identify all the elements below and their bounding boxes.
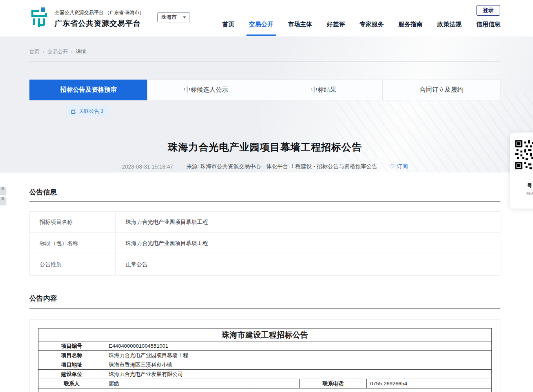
row-label: 标段（包）名称 (30, 233, 116, 254)
row-label: 建设单位 (38, 370, 105, 379)
breadcrumb-current: 详情 (76, 48, 86, 55)
table-row: 标段（包）名称 珠海力合光电产业园项目幕墙工程 (30, 233, 500, 254)
qr-panel-caption: 扫码 (526, 191, 533, 196)
platform-logo-icon (29, 7, 49, 28)
page-title: 珠海力合光电产业园项目幕墙工程招标公告 (29, 141, 500, 154)
platform-name: 广东省公共资源交易平台 (55, 18, 144, 29)
login-button[interactable]: 登录 (476, 5, 500, 16)
breadcrumb-separator-icon: › (43, 49, 44, 54)
nav-item-market-entities[interactable]: 市场主体 (288, 20, 312, 29)
project-overview: 1、项目概况：项目占地面积30674.21㎡，容积率4.0，总建筑面积14243… (38, 388, 492, 392)
row-value: 正常公告 (116, 254, 500, 275)
tender-notice-table: 珠海市建设工程招标公告 项目编号 E4404000001004551001 项目… (38, 328, 492, 392)
nav-item-trade-disclosure[interactable]: 交易公开 (249, 20, 274, 29)
brand-text: 全国公共资源交易平台 （广东省·珠海市） 广东省公共资源交易平台 (55, 7, 144, 29)
left-anchor-widget (0, 185, 6, 207)
nav-item-policies[interactable]: 政策法规 (437, 20, 462, 29)
nav-item-expert-service[interactable]: 专家服务 (360, 20, 384, 29)
phone-value: 0755-26926654 (367, 379, 492, 388)
publish-datetime: 2023-08-31 15:18:47 (122, 163, 173, 170)
breadcrumb-divider (29, 61, 500, 62)
platform-region: （广东省·珠海市） (105, 9, 144, 16)
stage-tabs: 招标公告及资格预审 中标候选人公示 中标结果 合同订立及履约 (29, 80, 500, 100)
brand: 全国公共资源交易平台 （广东省·珠海市） 广东省公共资源交易平台 (29, 7, 144, 29)
table-row: 项目名称 珠海力合光电产业园项目幕墙工程 (38, 351, 492, 360)
table-row: 联系人 廖皓 联系电话 0755-26926654 (38, 379, 492, 388)
related-announcements-button[interactable]: 关联公告 3 (66, 105, 109, 117)
source-text: 珠海市公共资源交易中心一体化平台 工程建设 - 招标公告与资格预审公告 (201, 163, 377, 169)
main-nav: 首页 交易公开 市场主体 好差评 专家服务 服务指南 政策法规 信用信息 (223, 20, 501, 29)
section-title-announcement-content: 公告内容 (29, 276, 500, 309)
nav-item-credit-info[interactable]: 信用信息 (476, 20, 500, 29)
contact-value: 廖皓 (105, 379, 300, 388)
hero-band: 首页 › 交易公开 › 详情 招标公告及资格预审 中标候选人公示 中标结果 合同… (0, 36, 533, 172)
row-value: 珠海力合光电产业园项目幕墙工程 (116, 233, 500, 254)
source-info: 来源:珠海市公共资源交易中心一体化平台 工程建设 - 招标公告与资格预审公告 (186, 163, 377, 170)
row-value: 珠海力合光电产业发展有限公司 (105, 370, 492, 379)
nav-item-service-guide[interactable]: 服务指南 (398, 20, 423, 29)
breadcrumb-trade-disclosure[interactable]: 交易公开 (47, 48, 68, 55)
source-label: 来源: (186, 163, 199, 169)
related-row: 关联公告 3 (29, 105, 500, 117)
table-row: 项目地址 珠海市香洲区三溪科创小镇 (38, 360, 492, 370)
row-label: 项目名称 (38, 351, 105, 360)
copy-icon (71, 109, 76, 114)
row-label: 招标项目名称 (30, 212, 116, 232)
qr-float-panel: 粤 扫码 (510, 132, 533, 209)
qr-code-icon[interactable] (515, 140, 533, 169)
nav-item-rating[interactable]: 好差评 (327, 20, 345, 29)
table-row: 招标项目名称 珠海力合光电产业园项目幕墙工程 (30, 212, 500, 233)
anchor-tab[interactable] (0, 187, 6, 195)
table-row: 珠海市建设工程招标公告 (38, 328, 492, 341)
city-selector-value: 珠海市 (161, 14, 177, 21)
breadcrumb: 首页 › 交易公开 › 详情 (29, 36, 500, 55)
article-meta: 2023-08-31 15:18:47 来源:珠海市公共资源交易中心一体化平台 … (29, 163, 500, 170)
subscribe-label: 订阅 (397, 163, 408, 170)
page: 全国公共资源交易平台 （广东省·珠海市） 广东省公共资源交易平台 珠海市 登录 … (0, 0, 533, 392)
contact-label: 联系人 (38, 379, 105, 388)
nav-item-home[interactable]: 首页 (223, 20, 235, 29)
table-row: 公告性质 正常公告 (30, 254, 500, 275)
section-title-announcement-info: 公告信息 (29, 172, 500, 202)
chevron-down-icon (183, 16, 186, 18)
heart-icon: ♡ (389, 163, 394, 170)
row-value: E4404000001004551001 (105, 341, 492, 351)
platform-small-title: 全国公共资源交易平台 (55, 9, 104, 16)
row-value: 珠海市香洲区三溪科创小镇 (105, 360, 492, 370)
tab-contract-performance[interactable]: 合同订立及履约 (382, 80, 500, 100)
main-content: 公告信息 招标项目名称 珠海力合光电产业园项目幕墙工程 标段（包）名称 珠海力合… (0, 172, 533, 392)
table-row: 1、项目概况：项目占地面积30674.21㎡，容积率4.0，总建筑面积14243… (38, 388, 492, 392)
city-selector[interactable]: 珠海市 (157, 12, 190, 22)
document-title: 珠海市建设工程招标公告 (38, 328, 492, 341)
announcement-info-table: 招标项目名称 珠海力合光电产业园项目幕墙工程 标段（包）名称 珠海力合光电产业园… (29, 211, 500, 276)
breadcrumb-separator-icon: › (71, 49, 73, 54)
phone-label: 联系电话 (300, 379, 367, 388)
row-value: 珠海力合光电产业园项目幕墙工程 (105, 351, 492, 360)
row-label: 项目编号 (38, 341, 105, 351)
tab-tender-announcement[interactable]: 招标公告及资格预审 (29, 80, 148, 100)
row-value: 珠海力合光电产业园项目幕墙工程 (116, 212, 500, 232)
breadcrumb-home[interactable]: 首页 (29, 48, 40, 55)
table-row: 建设单位 珠海力合光电产业发展有限公司 (38, 370, 492, 379)
announcement-document: 珠海市建设工程招标公告 项目编号 E4404000001004551001 项目… (29, 319, 500, 392)
tab-winning-result[interactable]: 中标结果 (265, 80, 383, 100)
anchor-tab[interactable] (0, 197, 6, 205)
qr-panel-label: 粤 (527, 182, 533, 189)
subscribe-button[interactable]: ♡ 订阅 (389, 163, 408, 170)
tab-winning-candidates[interactable]: 中标候选人公示 (147, 80, 265, 100)
row-label: 公告性质 (30, 254, 116, 275)
related-announcements-label: 关联公告 3 (79, 108, 104, 115)
table-row: 项目编号 E4404000001004551001 (38, 341, 492, 351)
row-label: 项目地址 (38, 360, 105, 370)
top-header: 全国公共资源交易平台 （广东省·珠海市） 广东省公共资源交易平台 珠海市 登录 … (0, 0, 533, 36)
